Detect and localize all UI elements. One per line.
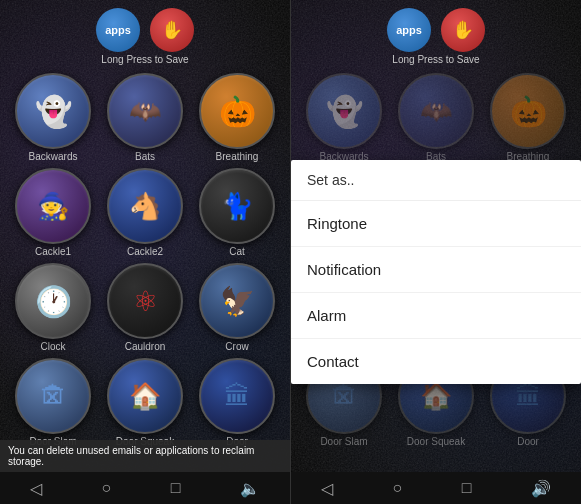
notification-bar: You can delete unused emails or applicat… — [0, 440, 290, 472]
nav-bar-right: ◁ ○ □ 🔊 — [291, 472, 581, 504]
sound-item-backwards[interactable]: Backwards — [10, 73, 96, 162]
sound-icon-breathing — [199, 73, 275, 149]
sound-item-cackle2[interactable]: Cackle2 — [102, 168, 188, 257]
sound-grid-left: BackwardsBatsBreathingCackle1Cackle2CatC… — [0, 69, 290, 451]
dropdown-item-alarm[interactable]: Alarm — [291, 293, 581, 339]
sound-label-cat: Cat — [229, 246, 245, 257]
dropdown-header: Set as.. — [291, 160, 581, 201]
vol-up-button-right[interactable]: 🔊 — [531, 479, 551, 498]
sound-icon-door — [199, 358, 275, 434]
sound-icon-doorsqueak — [107, 358, 183, 434]
sound-item-cauldron[interactable]: Cauldron — [102, 263, 188, 352]
dropdown-item-notification[interactable]: Notification — [291, 247, 581, 293]
hand-icon: ✋ — [161, 19, 183, 41]
sound-item-crow[interactable]: Crow — [194, 263, 280, 352]
notification-text: You can delete unused emails or applicat… — [8, 445, 254, 467]
sound-icon-crow — [199, 263, 275, 339]
sound-item-doorslam[interactable]: Door Slam — [10, 358, 96, 447]
right-panel: apps ✋ Long Press to Save BackwardsBatsB… — [291, 0, 581, 504]
sound-item-cackle1[interactable]: Cackle1 — [10, 168, 96, 257]
dropdown-menu: Set as.. RingtoneNotificationAlarmContac… — [291, 160, 581, 384]
apps-icon-right: apps — [396, 24, 422, 36]
back-button[interactable]: ◁ — [30, 479, 42, 498]
apps-button-right[interactable]: apps — [387, 8, 431, 52]
hand-button[interactable]: ✋ — [150, 8, 194, 52]
right-header: apps ✋ Long Press to Save — [291, 0, 581, 69]
sound-icon-cauldron — [107, 263, 183, 339]
sound-label-right-doorslam: Door Slam — [320, 436, 367, 447]
sound-label-breathing: Breathing — [216, 151, 259, 162]
sound-label-cackle2: Cackle2 — [127, 246, 163, 257]
dropdown-item-contact[interactable]: Contact — [291, 339, 581, 384]
home-button-right[interactable]: ○ — [392, 479, 402, 497]
sound-label-clock: Clock — [40, 341, 65, 352]
sound-label-cackle1: Cackle1 — [35, 246, 71, 257]
sound-item-doorsqueak[interactable]: Door Squeak — [102, 358, 188, 447]
sound-icon-cackle1 — [15, 168, 91, 244]
sound-label-right-door: Door — [517, 436, 539, 447]
sound-item-right-bats[interactable]: Bats — [393, 73, 479, 162]
hand-icon-right: ✋ — [452, 19, 474, 41]
vol-down-button[interactable]: 🔈 — [240, 479, 260, 498]
left-header: apps ✋ Long Press to Save — [0, 0, 290, 69]
apps-icon: apps — [105, 24, 131, 36]
sound-label-cauldron: Cauldron — [125, 341, 166, 352]
sound-item-cat[interactable]: Cat — [194, 168, 280, 257]
long-press-label-right: Long Press to Save — [392, 54, 479, 65]
sound-item-bats[interactable]: Bats — [102, 73, 188, 162]
sound-icon-right-bats — [398, 73, 474, 149]
sound-icon-right-backwards — [306, 73, 382, 149]
sound-icon-backwards — [15, 73, 91, 149]
sound-icon-clock — [15, 263, 91, 339]
apps-button[interactable]: apps — [96, 8, 140, 52]
sound-icon-cackle2 — [107, 168, 183, 244]
recent-button[interactable]: □ — [171, 479, 181, 497]
dropdown-item-ringtone[interactable]: Ringtone — [291, 201, 581, 247]
sound-item-door[interactable]: Door — [194, 358, 280, 447]
long-press-label: Long Press to Save — [101, 54, 188, 65]
nav-bar-left: ◁ ○ □ 🔈 — [0, 472, 290, 504]
sound-label-crow: Crow — [225, 341, 248, 352]
sound-label-backwards: Backwards — [29, 151, 78, 162]
sound-label-bats: Bats — [135, 151, 155, 162]
sound-icon-cat — [199, 168, 275, 244]
left-panel: apps ✋ Long Press to Save BackwardsBatsB… — [0, 0, 290, 504]
sound-item-breathing[interactable]: Breathing — [194, 73, 280, 162]
recent-button-right[interactable]: □ — [462, 479, 472, 497]
sound-icon-doorslam — [15, 358, 91, 434]
back-button-right[interactable]: ◁ — [321, 479, 333, 498]
sound-icon-right-breathing — [490, 73, 566, 149]
sound-item-right-backwards[interactable]: Backwards — [301, 73, 387, 162]
sound-icon-bats — [107, 73, 183, 149]
home-button[interactable]: ○ — [101, 479, 111, 497]
sound-item-right-breathing[interactable]: Breathing — [485, 73, 571, 162]
hand-button-right[interactable]: ✋ — [441, 8, 485, 52]
sound-item-clock[interactable]: Clock — [10, 263, 96, 352]
sound-label-right-doorsqueak: Door Squeak — [407, 436, 465, 447]
